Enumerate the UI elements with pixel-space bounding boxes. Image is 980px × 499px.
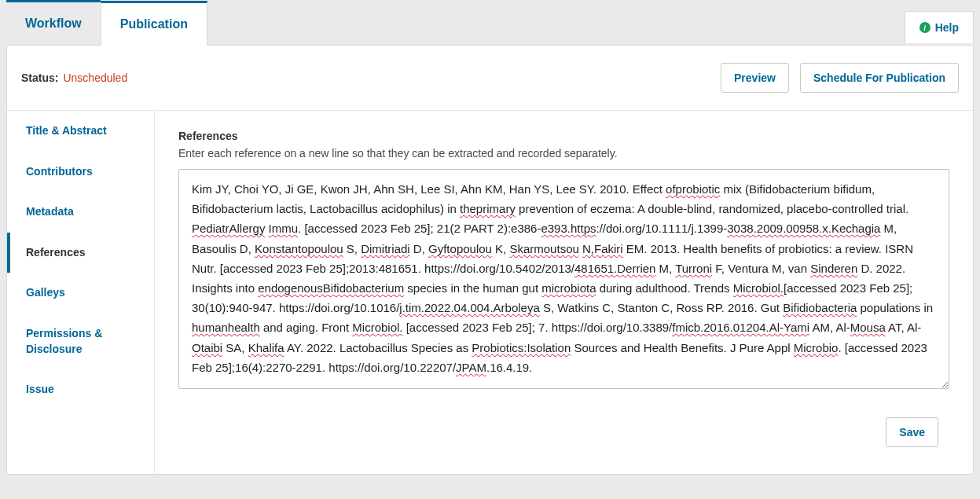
- sidebar-item-contributors[interactable]: Contributors: [7, 152, 154, 193]
- tab-publication[interactable]: Publication: [101, 1, 207, 46]
- sidebar-item-galleys[interactable]: Galleys: [7, 273, 154, 314]
- references-title: References: [178, 130, 949, 142]
- save-button[interactable]: Save: [886, 417, 938, 447]
- references-panel: References Enter each reference on a new…: [155, 111, 973, 474]
- preview-button[interactable]: Preview: [721, 63, 789, 93]
- schedule-button[interactable]: Schedule For Publication: [800, 63, 959, 93]
- sidebar-item-references[interactable]: References: [7, 233, 154, 273]
- sidebar-item-metadata[interactable]: Metadata: [7, 192, 154, 233]
- status-value: Unscheduled: [63, 72, 127, 84]
- help-button[interactable]: i Help: [905, 11, 974, 43]
- sidebar-item-permissions[interactable]: Permissions & Disclosure: [7, 314, 154, 369]
- tab-workflow[interactable]: Workflow: [6, 0, 101, 45]
- help-label: Help: [935, 21, 959, 34]
- sidebar-item-title-abstract[interactable]: Title & Abstract: [7, 111, 154, 152]
- references-subtitle: Enter each reference on a new line so th…: [178, 147, 949, 160]
- status-label: Status:: [21, 72, 58, 84]
- main-tabs: Workflow Publication i Help: [6, 0, 974, 45]
- info-icon: i: [919, 22, 930, 33]
- sidebar-item-issue[interactable]: Issue: [7, 369, 154, 410]
- status-bar: Status: Unscheduled Preview Schedule For…: [7, 46, 973, 111]
- publication-sidebar: Title & Abstract Contributors Metadata R…: [7, 111, 155, 474]
- references-textarea[interactable]: Kim JY, Choi YO, Ji GE, Kwon JH, Ahn SH,…: [178, 169, 949, 389]
